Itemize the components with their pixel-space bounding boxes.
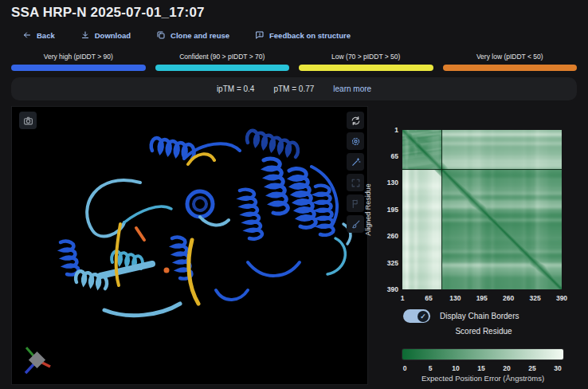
learn-more-link[interactable]: learn more [333, 84, 371, 93]
legend-bar-very-high [11, 65, 146, 71]
pae-y-tick: 260 [387, 232, 398, 240]
toggle-label: Display Chain Borders [440, 312, 519, 320]
pae-y-axis-label: Aligned Residue [364, 183, 372, 236]
axes-gizmo[interactable] [20, 343, 57, 378]
download-icon [80, 30, 90, 40]
ptm-value: pTM = 0.77 [273, 84, 314, 93]
structure-viewer[interactable] [11, 106, 368, 385]
viewer-tool-column [347, 112, 364, 236]
pae-y-tick: 1 [394, 126, 398, 134]
colorbar-tick: 0 [403, 364, 407, 372]
back-button[interactable]: Back [22, 30, 55, 40]
pae-x-tick: 195 [476, 294, 488, 302]
colorbar-tick: 25 [528, 364, 535, 372]
colorbar-tick: 20 [503, 364, 510, 372]
display-chain-borders-toggle[interactable]: ✓ [403, 309, 430, 323]
back-arrow-icon [22, 30, 32, 40]
magic-wand-button[interactable] [347, 153, 364, 171]
brush-icon [351, 219, 361, 230]
settings-button[interactable] [347, 132, 364, 150]
pae-x-tick: 1 [401, 294, 405, 302]
fullscreen-icon [351, 178, 361, 188]
legend-label: Very low (pIDDT < 50) [476, 53, 543, 61]
feedback-label: Feedback on structure [269, 31, 351, 40]
clone-and-reuse-button[interactable]: Clone and reuse [156, 30, 229, 40]
camera-icon [23, 116, 33, 126]
protein-ribbon-structure [12, 107, 367, 384]
pae-heatmap[interactable] [402, 130, 562, 289]
clone-icon [156, 30, 166, 40]
legend-item-low: Low (70 > pIDDT > 50) [299, 53, 433, 71]
selection-flag-icon [351, 198, 361, 209]
colorbar-tick: 15 [477, 364, 484, 372]
pae-x-tick: 390 [556, 294, 567, 302]
legend-bar-confident [155, 65, 290, 71]
iptm-value: ipTM = 0.4 [217, 84, 255, 93]
feedback-button[interactable]: Feedback on structure [255, 30, 351, 40]
feedback-icon [255, 30, 265, 40]
alphafold-result-page: SSA HRP-N 2025-07-01_17:07 Back Download… [0, 0, 588, 389]
pae-y-tick: 325 [387, 259, 398, 267]
toolbar: Back Download Clone and reuse Feedback o… [22, 30, 351, 40]
pae-y-tick: 195 [387, 206, 398, 214]
legend-bar-low [299, 65, 433, 71]
chain-borders-toggle-row: ✓ Display Chain Borders [403, 309, 519, 323]
plddt-legend: Very high (pIDDT > 90) Confident (90 > p… [11, 53, 577, 71]
toggle-check-icon: ✓ [417, 311, 429, 322]
pae-x-tick: 65 [425, 294, 432, 302]
colorbar-tick: 30 [554, 364, 561, 372]
pae-colorbar [402, 349, 563, 360]
reset-camera-icon [351, 116, 361, 126]
colorbar-tick: 10 [452, 364, 459, 372]
clone-label: Clone and reuse [171, 31, 229, 40]
legend-label: Low (70 > pIDDT > 50) [331, 53, 400, 61]
legend-label: Confident (90 > pIDDT > 70) [179, 53, 265, 61]
pae-x-tick: 325 [529, 294, 540, 302]
legend-bar-very-low [443, 65, 578, 71]
legend-item-very-high: Very high (pIDDT > 90) [11, 53, 146, 71]
legend-label: Very high (pIDDT > 90) [44, 53, 113, 61]
pae-y-tick: 390 [387, 285, 398, 293]
scored-residue-label: Scored Residue [455, 327, 512, 336]
screenshot-camera-button[interactable] [19, 112, 37, 129]
magic-wand-icon [351, 157, 361, 167]
pae-x-tick: 260 [503, 294, 514, 302]
colorbar-tick: 5 [429, 364, 433, 372]
pae-x-tick: 130 [449, 294, 461, 302]
gear-icon [351, 136, 361, 147]
colorbar-label: Expected Position Error (Ångströms) [421, 374, 544, 383]
back-label: Back [37, 31, 55, 40]
pae-y-tick: 130 [387, 179, 398, 187]
download-label: Download [95, 31, 131, 40]
metrics-card: ipTM = 0.4 pTM = 0.77 learn more [11, 77, 577, 100]
fullscreen-button[interactable] [347, 174, 364, 191]
download-button[interactable]: Download [80, 30, 131, 40]
brush-button[interactable] [347, 215, 364, 233]
legend-item-confident: Confident (90 > pIDDT > 70) [155, 53, 290, 71]
reset-camera-button[interactable] [347, 112, 364, 129]
selection-mode-button[interactable] [347, 194, 364, 212]
pae-y-tick: 65 [391, 152, 398, 160]
legend-item-very-low: Very low (pIDDT < 50) [443, 53, 578, 71]
page-title: SSA HRP-N 2025-07-01_17:07 [11, 5, 205, 21]
